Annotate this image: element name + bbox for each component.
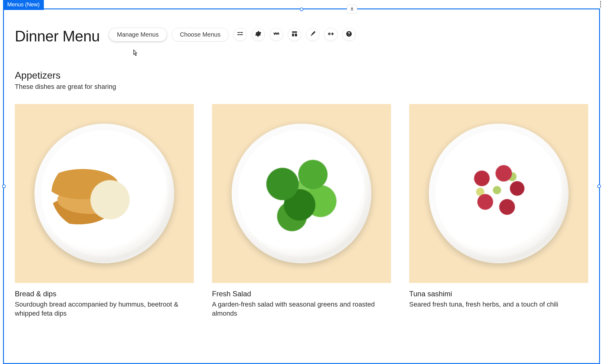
stretch-icon xyxy=(328,31,334,38)
menu-item-description: Seared fresh tuna, fresh herbs, and a to… xyxy=(409,300,588,309)
layout-icon xyxy=(291,31,298,38)
wave-icon xyxy=(273,31,280,38)
selection-tag-label: Menus (New) xyxy=(7,2,40,8)
page-title: Dinner Menu xyxy=(15,28,100,45)
layout-button[interactable] xyxy=(288,28,301,41)
manage-menus-button[interactable]: Manage Menus xyxy=(109,28,167,41)
resize-handle-left[interactable] xyxy=(2,184,6,188)
stretch-button[interactable] xyxy=(324,28,337,41)
cursor-pointer-icon xyxy=(132,49,138,59)
collapse-into-frame-button[interactable] xyxy=(347,5,357,14)
menu-item-description: Sourdough bread accompanied by hummus, b… xyxy=(15,300,194,318)
resize-handle-right[interactable] xyxy=(597,184,601,188)
download-icon xyxy=(350,6,354,12)
filters-icon xyxy=(237,31,243,38)
floating-toolbar: Manage Menus Choose Menus xyxy=(109,28,356,41)
brush-icon xyxy=(309,31,316,38)
filters-button[interactable] xyxy=(233,28,247,41)
selection-frame: Dinner Menu Manage Menus Choose Menus xyxy=(3,8,600,364)
menu-item-name: Fresh Salad xyxy=(212,290,391,298)
selection-tag[interactable]: Menus (New) xyxy=(3,0,44,10)
menu-item-image xyxy=(15,104,194,283)
help-button[interactable] xyxy=(342,28,356,41)
menu-items-grid: Bread & dips Sourdough bread accompanied… xyxy=(15,104,588,318)
menu-item-card[interactable]: Tuna sashimi Seared fresh tuna, fresh he… xyxy=(409,104,588,318)
choose-menus-button[interactable]: Choose Menus xyxy=(172,28,229,41)
menu-item-image xyxy=(409,104,588,283)
svg-point-1 xyxy=(238,34,240,35)
svg-rect-2 xyxy=(292,31,297,33)
menu-item-card[interactable]: Bread & dips Sourdough bread accompanied… xyxy=(15,104,194,318)
menu-item-description: A garden-fresh salad with seasonal green… xyxy=(212,300,391,318)
menu-item-image xyxy=(212,104,391,283)
plate-icon xyxy=(232,124,371,263)
resize-handle-top[interactable] xyxy=(300,8,303,11)
svg-point-6 xyxy=(349,35,349,35)
help-icon xyxy=(346,31,352,38)
svg-point-0 xyxy=(241,32,242,33)
menu-item-card[interactable]: Fresh Salad A garden-fresh salad with se… xyxy=(212,104,391,318)
section-subtitle: These dishes are great for sharing xyxy=(15,83,588,91)
svg-rect-3 xyxy=(292,34,294,36)
settings-button[interactable] xyxy=(252,28,265,41)
style-button[interactable] xyxy=(306,28,319,41)
menu-item-name: Tuna sashimi xyxy=(409,290,588,298)
plate-icon xyxy=(34,124,174,263)
rotate-guide xyxy=(600,1,601,8)
menu-item-name: Bread & dips xyxy=(15,290,194,298)
section-title: Appetizers xyxy=(15,70,588,81)
svg-rect-4 xyxy=(295,34,297,36)
plate-icon xyxy=(429,124,569,263)
design-button[interactable] xyxy=(270,28,283,41)
gear-icon xyxy=(255,31,262,38)
